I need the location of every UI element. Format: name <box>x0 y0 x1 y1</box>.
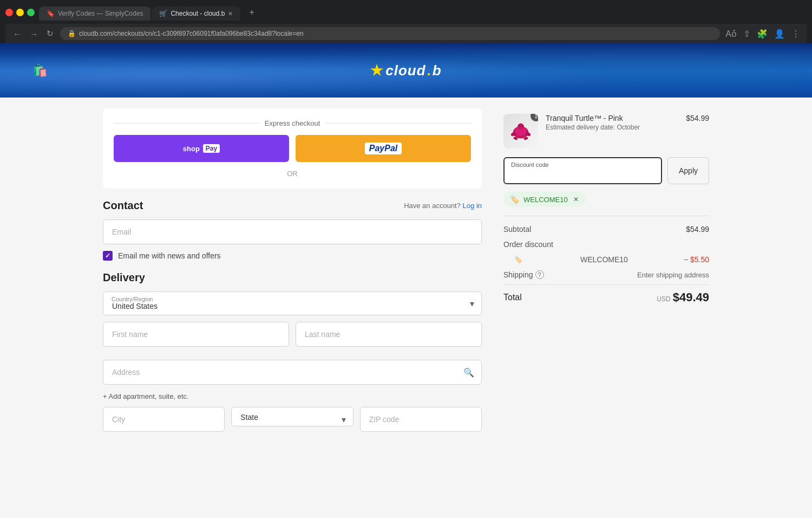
address-wrapper: 🔍 <box>103 360 482 385</box>
address-search-icon: 🔍 <box>463 367 474 378</box>
logo-text: cloud <box>385 62 425 79</box>
paypal-label: PayPal <box>365 143 402 154</box>
contact-section-header: Contact Have an account? Log in <box>103 199 482 212</box>
shop-pay-button[interactable]: shop Pay <box>114 135 289 162</box>
product-delivery: Estimated delivery date: October <box>546 124 678 131</box>
main-container: Express checkout shop Pay PayPal OR Cont… <box>81 98 731 449</box>
tab-checkout[interactable]: 🛒 Checkout - cloud.b ✕ <box>152 7 240 21</box>
profile-button[interactable]: 👤 <box>773 28 786 40</box>
newsletter-label: Email me with news and offers <box>118 251 221 260</box>
apply-button[interactable]: Apply <box>667 157 709 184</box>
tab-icon-checkout: 🛒 <box>159 10 167 17</box>
add-apartment-link[interactable]: + Add apartment, suite, etc. <box>103 391 482 407</box>
browser-chrome: ✕ − □ 🔖 Verify Codes — SimplyCodes 🛒 Che… <box>0 0 812 43</box>
logo-star: ★ <box>370 62 383 79</box>
window-controls[interactable]: ✕ − □ <box>5 9 35 16</box>
discount-code-input[interactable] <box>503 157 662 184</box>
delivery-section: Delivery Country/Region United States ▾ <box>103 271 482 438</box>
login-prompt: Have an account? Log in <box>404 202 482 210</box>
subtotal-value: $54.99 <box>686 225 709 234</box>
order-summary: 1 Tranquil Turtle™ - P <box>503 108 709 310</box>
discount-code-applied: WELCOME10 <box>523 196 568 204</box>
state-select[interactable]: State <box>231 407 353 426</box>
divider-1 <box>503 216 709 216</box>
shipping-label: Shipping <box>503 270 533 279</box>
total-currency: USD <box>657 295 670 303</box>
email-input[interactable] <box>103 219 482 244</box>
newsletter-checkbox[interactable] <box>103 251 113 261</box>
product-image: 1 <box>503 114 538 148</box>
order-discount-line: Order discount <box>503 237 709 252</box>
tag-icon: 🏷️ <box>510 195 519 204</box>
delivery-header: Delivery <box>103 271 482 284</box>
address-input[interactable] <box>103 360 482 385</box>
url-text: cloudb.com/checkouts/cn/c1-c309f897c0609… <box>79 30 304 37</box>
contact-title: Contact <box>103 199 143 212</box>
shipping-line: Shipping ? Enter shipping address <box>503 267 709 282</box>
lock-icon: 🔒 <box>68 30 76 37</box>
translate-button[interactable]: Aǒ <box>724 28 738 40</box>
window-close-button[interactable]: ✕ <box>5 9 13 16</box>
newsletter-row: Email me with news and offers <box>103 251 482 261</box>
extensions-button[interactable]: 🧩 <box>756 28 769 40</box>
shipping-label-group: Shipping ? <box>503 270 544 279</box>
svg-point-8 <box>518 125 519 126</box>
or-divider: OR <box>114 170 471 178</box>
delivery-title: Delivery <box>103 271 145 284</box>
new-tab-button[interactable]: + <box>241 4 261 21</box>
login-link[interactable]: Log in <box>463 202 482 210</box>
subtotal-label: Subtotal <box>503 225 531 234</box>
logo-dot: . <box>427 62 431 79</box>
forward-button[interactable]: → <box>28 28 40 40</box>
total-value-group: USD $49.49 <box>657 290 709 305</box>
city-input[interactable] <box>103 407 225 432</box>
country-select[interactable]: United States <box>103 292 482 315</box>
shop-pay-icon: shop <box>183 145 200 153</box>
name-row <box>103 322 482 353</box>
logo-suffix: b <box>433 62 442 79</box>
site-logo: ★ cloud . b <box>370 62 441 79</box>
toolbar-icons: Aǒ ⇧ 🧩 👤 ⋮ <box>724 28 801 40</box>
express-checkout-section: Express checkout shop Pay PayPal OR <box>103 108 482 189</box>
share-button[interactable]: ⇧ <box>742 28 751 40</box>
shop-pay-pay: Pay <box>203 144 220 153</box>
express-buttons: shop Pay PayPal <box>114 135 471 162</box>
express-checkout-title: Express checkout <box>114 119 471 127</box>
discount-code-line-icon: 🏷️ <box>514 256 522 263</box>
city-wrapper <box>103 407 225 432</box>
last-name-input[interactable] <box>296 322 482 347</box>
paypal-button[interactable]: PayPal <box>296 135 471 162</box>
tab-close-button[interactable]: ✕ <box>228 10 233 17</box>
site-header: 🛍️ ★ cloud . b <box>0 43 812 98</box>
last-name-wrapper <box>296 322 482 347</box>
cart-icon[interactable]: 🛍️ <box>32 63 47 77</box>
shipping-value: Enter shipping address <box>637 271 709 279</box>
total-label: Total <box>503 293 522 302</box>
zip-input[interactable] <box>360 407 482 432</box>
first-name-input[interactable] <box>103 322 289 347</box>
product-row: 1 Tranquil Turtle™ - P <box>503 114 709 148</box>
product-name: Tranquil Turtle™ - Pink <box>546 114 678 122</box>
window-maximize-button[interactable]: □ <box>27 9 35 16</box>
window-minimize-button[interactable]: − <box>16 9 24 16</box>
discount-input-wrapper: Discount code <box>503 157 662 184</box>
tab-title-simpycodes: Verify Codes — SimplyCodes <box>58 10 143 17</box>
more-button[interactable]: ⋮ <box>790 28 801 40</box>
product-info: Tranquil Turtle™ - Pink Estimated delive… <box>546 114 678 131</box>
tab-bar: 🔖 Verify Codes — SimplyCodes 🛒 Checkout … <box>39 4 262 21</box>
reload-button[interactable]: ↻ <box>44 28 56 40</box>
back-button[interactable]: ← <box>11 28 23 40</box>
country-region-wrapper: Country/Region United States ▾ <box>103 292 482 315</box>
shipping-help-icon[interactable]: ? <box>535 270 544 279</box>
zip-wrapper <box>360 407 482 432</box>
browser-toolbar: ← → ↻ 🔒 cloudb.com/checkouts/cn/c1-c309f… <box>5 24 807 43</box>
discount-code-row: Discount code Apply <box>503 157 709 184</box>
order-discount-label: Order discount <box>503 240 553 249</box>
discount-code-line: 🏷️ WELCOME10 − $5.50 <box>503 252 709 267</box>
svg-point-7 <box>522 125 523 126</box>
state-wrapper: State ▾ <box>231 407 353 432</box>
address-bar[interactable]: 🔒 cloudb.com/checkouts/cn/c1-c309f897c06… <box>60 27 720 40</box>
discount-tag-remove[interactable]: ✕ <box>573 196 579 203</box>
tab-simpycodes[interactable]: 🔖 Verify Codes — SimplyCodes <box>39 7 150 21</box>
page-content: 🛍️ ★ cloud . b Express checkout shop Pay <box>0 43 812 449</box>
